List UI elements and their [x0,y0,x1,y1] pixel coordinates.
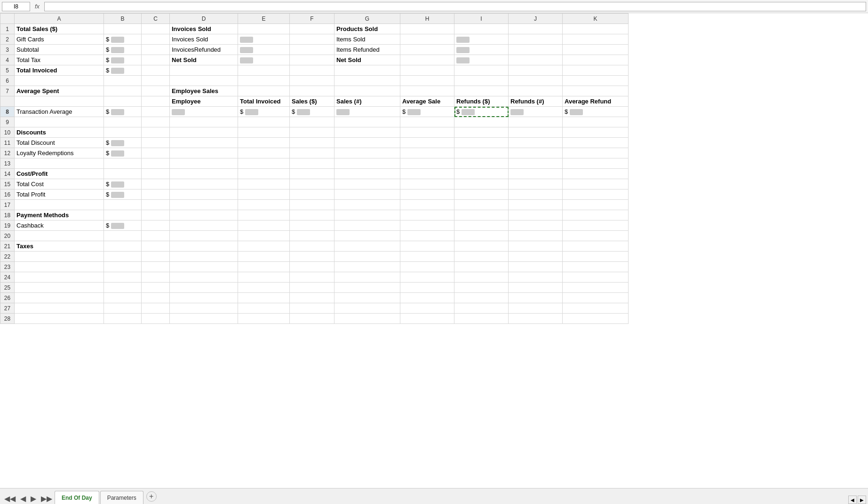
cell-A13[interactable] [15,158,104,169]
cell-K10[interactable] [563,127,629,138]
cell-K27[interactable] [563,303,629,314]
cell-C10[interactable] [142,127,170,138]
cell-I25[interactable] [454,283,509,293]
cell-A27[interactable] [15,303,104,314]
cell-E20[interactable] [238,231,290,241]
cell-H23[interactable] [400,262,454,272]
cell-A17[interactable] [15,200,104,210]
cell-H14[interactable] [400,169,454,179]
cell-C20[interactable] [142,231,170,241]
cell-F8[interactable]: $ [290,107,334,117]
cell-A9[interactable] [15,117,104,127]
cell-B20[interactable] [104,231,142,241]
cell-B9[interactable] [104,117,142,127]
cell-B19[interactable]: $ [104,220,142,231]
cell-H18[interactable] [400,210,454,220]
cell-G6[interactable] [334,76,400,86]
cell-E7[interactable] [238,86,290,96]
cell-E17[interactable] [238,200,290,210]
cell-G[interactable]: Sales (#) [334,96,400,107]
cell-C22[interactable] [142,252,170,262]
col-header-J[interactable]: J [509,14,563,24]
cell-G8[interactable] [334,107,400,117]
cell-C12[interactable] [142,148,170,158]
cell-E9[interactable] [238,117,290,127]
cell-G3[interactable]: Items Refunded [334,45,400,55]
cell-B13[interactable] [104,158,142,169]
cell-J22[interactable] [509,252,563,262]
cell-A12[interactable]: Loyalty Redemptions [15,148,104,158]
cell-K24[interactable] [563,272,629,283]
add-sheet-button[interactable]: + [146,491,157,502]
col-header-G[interactable]: G [334,14,400,24]
cell-G24[interactable] [334,272,400,283]
cell-C23[interactable] [142,262,170,272]
cell-A2[interactable]: Gift Cards [15,34,104,45]
cell-C5[interactable] [142,65,170,76]
tab-nav-next[interactable]: ▶ [28,493,39,504]
cell-H20[interactable] [400,231,454,241]
cell-E16[interactable] [238,189,290,200]
cell-E18[interactable] [238,210,290,220]
cell-H25[interactable] [400,283,454,293]
cell-C26[interactable] [142,293,170,303]
cell-B15[interactable]: $ [104,179,142,189]
tab-nav-prev[interactable]: ◀ [18,493,28,504]
cell-J6[interactable] [509,76,563,86]
cell-D17[interactable] [170,200,238,210]
cell-C8[interactable] [142,107,170,117]
cell-D5[interactable] [170,65,238,76]
cell-A21[interactable]: Taxes [15,241,104,252]
cell-I4[interactable] [454,55,509,65]
cell-F13[interactable] [290,158,334,169]
cell-G4[interactable]: Net Sold [334,55,400,65]
cell-K20[interactable] [563,231,629,241]
col-header-I[interactable]: I [454,14,509,24]
tab-end-of-day[interactable]: End Of Day [55,491,99,504]
grid-area[interactable]: A B C D E F G H I J K 1Total Sales ($)In… [0,13,868,488]
cell-A8[interactable]: Transaction Average [15,107,104,117]
cell-G11[interactable] [334,138,400,148]
cell-F28[interactable] [290,314,334,324]
cell-B8[interactable]: $ [104,107,142,117]
cell-D14[interactable] [170,169,238,179]
cell-J28[interactable] [509,314,563,324]
cell-I22[interactable] [454,252,509,262]
cell-I17[interactable] [454,200,509,210]
cell-I14[interactable] [454,169,509,179]
cell-I23[interactable] [454,262,509,272]
cell-D11[interactable] [170,138,238,148]
cell-G27[interactable] [334,303,400,314]
cell-D20[interactable] [170,231,238,241]
cell-I15[interactable] [454,179,509,189]
col-header-K[interactable]: K [563,14,629,24]
cell-J14[interactable] [509,169,563,179]
cell-H26[interactable] [400,293,454,303]
cell-B3[interactable]: $ [104,45,142,55]
cell-K7[interactable] [563,86,629,96]
cell-E5[interactable] [238,65,290,76]
cell-D8[interactable] [170,107,238,117]
cell-K18[interactable] [563,210,629,220]
cell-F15[interactable] [290,179,334,189]
cell-J5[interactable] [509,65,563,76]
cell-G20[interactable] [334,231,400,241]
cell-K17[interactable] [563,200,629,210]
cell-K6[interactable] [563,76,629,86]
cell-D27[interactable] [170,303,238,314]
cell-G22[interactable] [334,252,400,262]
cell-E25[interactable] [238,283,290,293]
col-header-E[interactable]: E [238,14,290,24]
cell-G5[interactable] [334,65,400,76]
cell-E11[interactable] [238,138,290,148]
cell-F4[interactable] [290,55,334,65]
cell-H4[interactable] [400,55,454,65]
col-header-D[interactable]: D [170,14,238,24]
cell-E28[interactable] [238,314,290,324]
cell-K[interactable]: Average Refund [563,96,629,107]
cell-D18[interactable] [170,210,238,220]
cell-K26[interactable] [563,293,629,303]
cell-A24[interactable] [15,272,104,283]
cell-I5[interactable] [454,65,509,76]
cell-I[interactable]: Refunds ($) [454,96,509,107]
